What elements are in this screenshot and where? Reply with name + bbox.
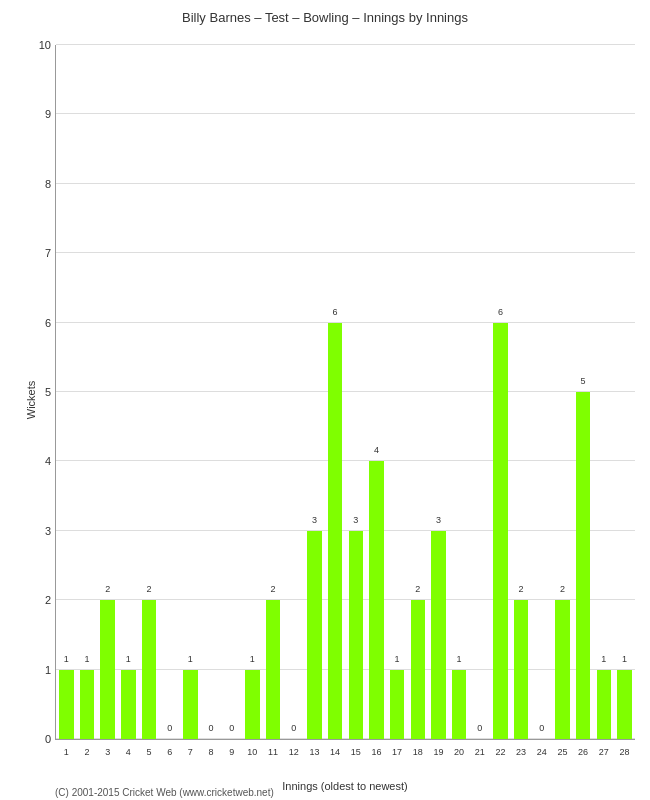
bar-value-label: 2 [560, 584, 565, 594]
bar-value-label: 2 [519, 584, 524, 594]
bar-value-label: 1 [457, 654, 462, 664]
x-tick-label: 16 [371, 747, 381, 757]
bar: 14 [121, 670, 135, 739]
bar-value-label: 2 [105, 584, 110, 594]
x-tick-label: 27 [599, 747, 609, 757]
y-tick-label: 8 [45, 178, 51, 190]
bar-value-label: 4 [374, 445, 379, 455]
bar: 614 [328, 323, 342, 739]
bar: 313 [307, 531, 321, 739]
y-tick-label: 5 [45, 386, 51, 398]
bar-wrapper: 526 [573, 45, 594, 739]
bar-wrapper: 315 [345, 45, 366, 739]
x-tick-label: 13 [309, 747, 319, 757]
bar-wrapper: 012 [283, 45, 304, 739]
bar-wrapper: 11 [56, 45, 77, 739]
y-tick-label: 7 [45, 247, 51, 259]
x-tick-label: 8 [209, 747, 214, 757]
bar: 319 [431, 531, 445, 739]
bar-value-label: 1 [250, 654, 255, 664]
x-tick-label: 26 [578, 747, 588, 757]
bar-wrapper: 23 [97, 45, 118, 739]
bar-wrapper: 06 [159, 45, 180, 739]
bar: 117 [390, 670, 404, 739]
bar-wrapper: 416 [366, 45, 387, 739]
x-tick-label: 2 [84, 747, 89, 757]
bar-value-label: 0 [167, 723, 172, 733]
x-tick-label: 1 [64, 747, 69, 757]
x-tick-label: 3 [105, 747, 110, 757]
bar-wrapper: 110 [242, 45, 263, 739]
x-tick-label: 23 [516, 747, 526, 757]
bar-wrapper: 117 [387, 45, 408, 739]
bar: 11 [59, 670, 73, 739]
bar-wrapper: 128 [614, 45, 635, 739]
bar-value-label: 6 [498, 307, 503, 317]
y-tick-label: 6 [45, 317, 51, 329]
bar: 218 [411, 600, 425, 739]
bar-value-label: 1 [84, 654, 89, 664]
bar-value-label: 1 [395, 654, 400, 664]
x-tick-label: 5 [147, 747, 152, 757]
bar-wrapper: 024 [531, 45, 552, 739]
bar-value-label: 3 [436, 515, 441, 525]
y-tick-label: 9 [45, 108, 51, 120]
x-tick-label: 6 [167, 747, 172, 757]
bar: 416 [369, 461, 383, 739]
bar-wrapper: 319 [428, 45, 449, 739]
x-tick-label: 22 [495, 747, 505, 757]
x-tick-label: 20 [454, 747, 464, 757]
bar: 17 [183, 670, 197, 739]
bar-wrapper: 17 [180, 45, 201, 739]
bar: 12 [80, 670, 94, 739]
bar-value-label: 3 [312, 515, 317, 525]
bar-wrapper: 120 [449, 45, 470, 739]
chart-container: Billy Barnes – Test – Bowling – Innings … [0, 0, 650, 800]
chart-area: 012345678910 111223142506170809110211012… [55, 45, 635, 740]
x-tick-label: 10 [247, 747, 257, 757]
x-tick-label: 7 [188, 747, 193, 757]
x-tick-label: 12 [289, 747, 299, 757]
bar-wrapper: 211 [263, 45, 284, 739]
x-tick-label: 15 [351, 747, 361, 757]
x-tick-label: 14 [330, 747, 340, 757]
y-axis-label: Wickets [25, 381, 37, 420]
x-tick-label: 25 [557, 747, 567, 757]
bar: 25 [142, 600, 156, 739]
y-tick-label: 4 [45, 455, 51, 467]
bar: 225 [555, 600, 569, 739]
bar-wrapper: 09 [221, 45, 242, 739]
y-tick-label: 0 [45, 733, 51, 745]
bar-value-label: 6 [333, 307, 338, 317]
bar-value-label: 0 [229, 723, 234, 733]
chart-title: Billy Barnes – Test – Bowling – Innings … [0, 10, 650, 25]
bar: 120 [452, 670, 466, 739]
bar: 526 [576, 392, 590, 739]
bar-value-label: 0 [477, 723, 482, 733]
bar: 127 [597, 670, 611, 739]
bar-value-label: 3 [353, 515, 358, 525]
x-tick-label: 28 [619, 747, 629, 757]
bar-wrapper: 127 [593, 45, 614, 739]
bar-value-label: 2 [147, 584, 152, 594]
bar-value-label: 2 [415, 584, 420, 594]
bar-wrapper: 021 [469, 45, 490, 739]
bar: 211 [266, 600, 280, 739]
bar-wrapper: 25 [139, 45, 160, 739]
bar-value-label: 1 [601, 654, 606, 664]
bar-wrapper: 08 [201, 45, 222, 739]
bar-value-label: 0 [209, 723, 214, 733]
y-tick-label: 3 [45, 525, 51, 537]
y-tick-label: 2 [45, 594, 51, 606]
x-tick-label: 18 [413, 747, 423, 757]
bar-value-label: 0 [291, 723, 296, 733]
bar-value-label: 1 [126, 654, 131, 664]
bar: 110 [245, 670, 259, 739]
bar-wrapper: 225 [552, 45, 573, 739]
x-tick-label: 17 [392, 747, 402, 757]
bar: 315 [349, 531, 363, 739]
bar-value-label: 1 [188, 654, 193, 664]
bar: 223 [514, 600, 528, 739]
x-tick-label: 11 [268, 747, 278, 757]
x-tick-label: 24 [537, 747, 547, 757]
